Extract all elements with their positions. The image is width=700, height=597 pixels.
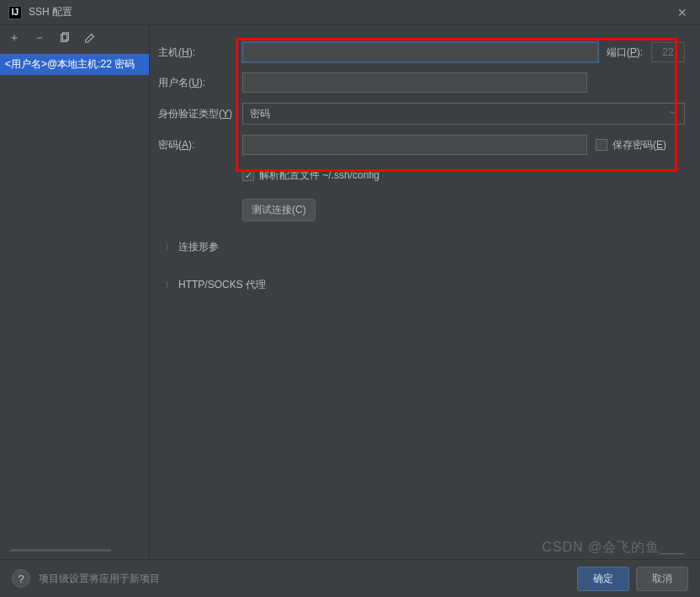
checkbox-box <box>242 169 254 181</box>
edit-icon[interactable] <box>84 32 96 44</box>
chevron-right-icon: 〉 <box>165 242 173 253</box>
scrollbar[interactable] <box>10 549 111 552</box>
password-label: 密码(A): <box>158 138 242 152</box>
ok-button[interactable]: 确定 <box>577 567 629 591</box>
bottom-bar: ? 项目级设置将应用于新项目 确定 取消 <box>0 559 700 597</box>
proxy-section[interactable]: 〉 HTTP/SOCKS 代理 <box>165 278 685 292</box>
bottom-hint: 项目级设置将应用于新项目 <box>39 572 570 586</box>
password-input[interactable] <box>242 135 587 155</box>
proxy-label: HTTP/SOCKS 代理 <box>178 278 266 292</box>
config-list: <用户名>@本地主机:22 密码 <box>0 51 149 559</box>
help-icon[interactable]: ? <box>12 569 30 588</box>
password-row: 密码(A): 保存密码(E) <box>158 135 685 155</box>
auth-type-value: 密码 <box>250 107 270 121</box>
parse-config-label: 解析配置文件 ~/.ssh/config <box>259 168 379 183</box>
user-row: 用户名(U): <box>158 72 685 93</box>
sidebar-toolbar: ＋ － <box>0 25 149 51</box>
form-panel: 主机(H): 端口(P): 用户名(U): 身份验证类型(Y) 密码 ﹀ <box>150 25 700 559</box>
host-label: 主机(H): <box>158 45 242 60</box>
copy-icon[interactable] <box>59 32 71 44</box>
auth-row: 身份验证类型(Y) 密码 ﹀ <box>158 103 685 125</box>
host-row: 主机(H): 端口(P): <box>158 42 685 62</box>
test-connection-button[interactable]: 测试连接(C) <box>242 199 316 221</box>
host-input[interactable] <box>242 42 598 62</box>
window-title: SSH 配置 <box>29 5 673 19</box>
config-item[interactable]: <用户名>@本地主机:22 密码 <box>0 54 149 75</box>
port-label: 端口(P): <box>607 45 643 60</box>
auth-label: 身份验证类型(Y) <box>158 107 242 121</box>
save-password-checkbox[interactable]: 保存密码(E) <box>596 138 666 152</box>
cancel-button[interactable]: 取消 <box>636 567 688 591</box>
close-icon[interactable]: ✕ <box>673 6 692 19</box>
connection-params-label: 连接形参 <box>178 240 219 254</box>
parse-config-checkbox[interactable]: 解析配置文件 ~/.ssh/config <box>242 168 379 183</box>
username-input[interactable] <box>242 72 587 93</box>
connection-params-section[interactable]: 〉 连接形参 <box>165 240 685 254</box>
chevron-right-icon: 〉 <box>165 280 173 291</box>
add-icon[interactable]: ＋ <box>8 30 20 45</box>
chevron-down-icon: ﹀ <box>669 108 677 120</box>
save-password-label: 保存密码(E) <box>612 138 666 152</box>
main-area: ＋ － <用户名>@本地主机:22 密码 主机(H): 端口(P): 用户名(U… <box>0 25 700 559</box>
remove-icon[interactable]: － <box>34 30 45 45</box>
app-icon: IJ <box>8 6 22 19</box>
auth-type-select[interactable]: 密码 ﹀ <box>242 103 685 125</box>
port-input[interactable] <box>651 42 685 62</box>
user-label: 用户名(U): <box>158 76 242 90</box>
checkbox-box <box>596 139 607 151</box>
title-bar: IJ SSH 配置 ✕ <box>0 0 700 25</box>
sidebar: ＋ － <用户名>@本地主机:22 密码 <box>0 25 150 559</box>
parse-config-row: 解析配置文件 ~/.ssh/config <box>242 165 685 185</box>
